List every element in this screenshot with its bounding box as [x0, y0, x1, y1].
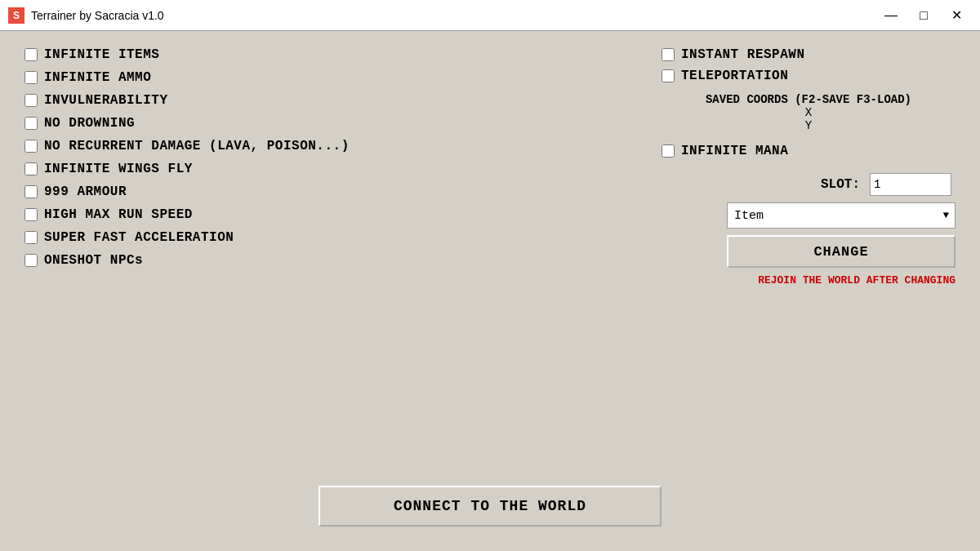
- rejoin-text: REJOIN THE WORLD AFTER CHANGING: [758, 274, 956, 287]
- item-select[interactable]: Item: [727, 202, 956, 229]
- infinite-ammo-row: INFINITE AMMO: [24, 70, 645, 85]
- app-icon: S: [8, 7, 24, 24]
- oneshot-npcs-label: ONESHOT NPCs: [44, 253, 143, 268]
- invulnerability-label: INVULNERABILITY: [44, 93, 168, 108]
- window-title: Terrainer by Sacracia v1.0: [31, 9, 164, 22]
- infinite-items-label: INFINITE ITEMS: [44, 47, 159, 62]
- main-content: INFINITE ITEMSINFINITE AMMOINVULNERABILI…: [0, 31, 980, 551]
- super-fast-acceleration-row: SUPER FAST ACCELERATION: [24, 230, 645, 245]
- teleportation-row: TELEPORTATION: [662, 69, 956, 83]
- minimize-button[interactable]: —: [875, 5, 906, 26]
- 999-armour-row: 999 ARMOUR: [24, 184, 645, 199]
- infinite-mana-row: INFINITE MANA: [662, 144, 956, 158]
- infinite-mana-checkbox[interactable]: [662, 144, 675, 158]
- high-max-run-speed-label: HIGH MAX RUN SPEED: [44, 207, 193, 222]
- close-button[interactable]: ✕: [941, 5, 972, 26]
- no-drowning-checkbox[interactable]: [24, 117, 38, 130]
- teleportation-checkbox[interactable]: [662, 69, 675, 82]
- oneshot-npcs-checkbox[interactable]: [24, 254, 38, 267]
- x-coord: X: [662, 106, 956, 119]
- no-drowning-label: NO DROWNING: [44, 116, 135, 131]
- infinite-mana-label: INFINITE MANA: [681, 144, 788, 158]
- super-fast-acceleration-label: SUPER FAST ACCELERATION: [44, 230, 234, 245]
- infinite-ammo-checkbox[interactable]: [24, 71, 38, 84]
- change-button[interactable]: CHANGE: [727, 235, 956, 268]
- window-controls: — □ ✕: [875, 5, 972, 26]
- no-recurrent-damage-checkbox[interactable]: [24, 140, 38, 153]
- maximize-button[interactable]: □: [908, 5, 939, 26]
- high-max-run-speed-row: HIGH MAX RUN SPEED: [24, 207, 645, 222]
- infinite-wings-fly-label: INFINITE WINGS FLY: [44, 162, 193, 176]
- title-bar: S Terrainer by Sacracia v1.0 — □ ✕: [0, 0, 980, 31]
- saved-coords-label: SAVED COORDS (F2-SAVE F3-LOAD): [662, 93, 956, 106]
- 999-armour-checkbox[interactable]: [24, 185, 38, 198]
- infinite-items-checkbox[interactable]: [24, 48, 38, 61]
- super-fast-acceleration-checkbox[interactable]: [24, 231, 38, 244]
- bottom-section: CONNECT TO THE WORLD: [24, 486, 956, 535]
- left-column: INFINITE ITEMSINFINITE AMMOINVULNERABILI…: [24, 47, 645, 469]
- no-recurrent-damage-row: NO RECURRENT DAMAGE (LAVA, POISON...): [24, 139, 645, 153]
- high-max-run-speed-checkbox[interactable]: [24, 208, 38, 221]
- no-recurrent-damage-label: NO RECURRENT DAMAGE (LAVA, POISON...): [44, 139, 350, 153]
- infinite-wings-fly-row: INFINITE WINGS FLY: [24, 162, 645, 176]
- title-bar-left: S Terrainer by Sacracia v1.0: [8, 7, 164, 24]
- invulnerability-checkbox[interactable]: [24, 94, 38, 107]
- connect-button[interactable]: CONNECT TO THE WORLD: [318, 486, 662, 527]
- no-drowning-row: NO DROWNING: [24, 116, 645, 131]
- instant-respawn-checkbox[interactable]: [662, 48, 675, 61]
- slot-row: SLOT:: [662, 173, 956, 196]
- right-column-inner: INSTANT RESPAWNTELEPORTATION: [662, 47, 956, 83]
- slot-input[interactable]: [870, 173, 951, 196]
- oneshot-npcs-row: ONESHOT NPCs: [24, 253, 645, 268]
- instant-respawn-label: INSTANT RESPAWN: [681, 47, 805, 62]
- columns-layout: INFINITE ITEMSINFINITE AMMOINVULNERABILI…: [24, 47, 956, 469]
- 999-armour-label: 999 ARMOUR: [44, 184, 127, 199]
- instant-respawn-row: INSTANT RESPAWN: [662, 47, 956, 62]
- invulnerability-row: INVULNERABILITY: [24, 93, 645, 108]
- right-column: INSTANT RESPAWNTELEPORTATION SAVED COORD…: [645, 47, 956, 469]
- slot-label: SLOT:: [821, 177, 860, 192]
- infinite-wings-fly-checkbox[interactable]: [24, 162, 38, 176]
- teleportation-label: TELEPORTATION: [681, 69, 788, 83]
- infinite-items-row: INFINITE ITEMS: [24, 47, 645, 62]
- saved-coords-section: SAVED COORDS (F2-SAVE F3-LOAD) X Y: [662, 93, 956, 132]
- y-coord: Y: [662, 119, 956, 132]
- item-select-wrapper: Item: [727, 202, 956, 229]
- infinite-ammo-label: INFINITE AMMO: [44, 70, 151, 85]
